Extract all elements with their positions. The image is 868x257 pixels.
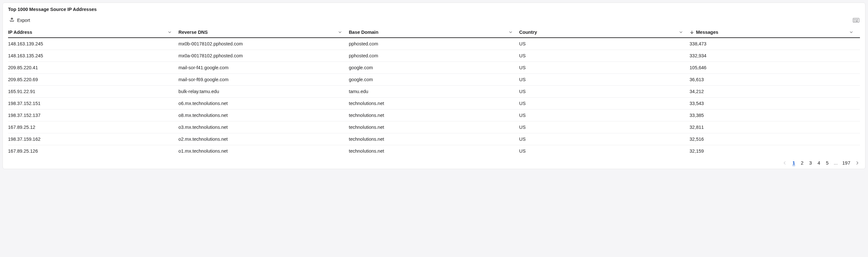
- cell-country: US: [519, 62, 690, 74]
- table-row[interactable]: 198.37.159.162o2.mx.technolutions.nettec…: [8, 133, 860, 145]
- sort-desc-icon: [690, 30, 694, 34]
- cell-country: US: [519, 133, 690, 145]
- table-row[interactable]: 198.37.152.151o6.mx.technolutions.nettec…: [8, 97, 860, 110]
- column-header-rdns-label: Reverse DNS: [178, 30, 208, 35]
- cell-domain: technolutions.net: [349, 121, 519, 133]
- cell-rdns: bulk-relay.tamu.edu: [178, 86, 349, 97]
- cell-ip: 209.85.220.41: [8, 62, 178, 74]
- cell-rdns: mx0a-00178102.pphosted.com: [178, 50, 349, 62]
- panel-title: Top 1000 Message Source IP Addresses: [8, 7, 860, 12]
- table-row[interactable]: 148.163.135.245mx0a-00178102.pphosted.co…: [8, 50, 860, 62]
- cell-messages: 36,613: [690, 74, 860, 86]
- page-next[interactable]: [855, 161, 860, 166]
- table-row[interactable]: 198.37.152.137o8.mx.technolutions.nettec…: [8, 110, 860, 121]
- page-prev[interactable]: [782, 161, 787, 166]
- table-row[interactable]: 148.163.139.245mx0b-00178102.pphosted.co…: [8, 38, 860, 50]
- cell-country: US: [519, 145, 690, 157]
- cell-domain: tamu.edu: [349, 86, 519, 97]
- page-5[interactable]: 5: [825, 160, 829, 166]
- cell-domain: pphosted.com: [349, 50, 519, 62]
- page-1[interactable]: 1: [792, 160, 796, 166]
- cell-country: US: [519, 121, 690, 133]
- cell-ip: 148.163.139.245: [8, 38, 178, 50]
- cell-messages: 34,212: [690, 86, 860, 97]
- cell-rdns: o1.mx.technolutions.net: [178, 145, 349, 157]
- table-row[interactable]: 167.89.25.12o3.mx.technolutions.nettechn…: [8, 121, 860, 133]
- page-3[interactable]: 3: [808, 160, 812, 166]
- column-header-country[interactable]: Country: [519, 27, 690, 38]
- export-label: Export: [17, 18, 30, 23]
- column-header-domain-label: Base Domain: [349, 30, 378, 35]
- export-button[interactable]: Export: [9, 16, 31, 25]
- cell-country: US: [519, 97, 690, 110]
- cell-rdns: o8.mx.technolutions.net: [178, 110, 349, 121]
- cell-country: US: [519, 86, 690, 97]
- cell-domain: technolutions.net: [349, 145, 519, 157]
- page-ellipsis: ...: [834, 160, 838, 166]
- cell-messages: 105,646: [690, 62, 860, 74]
- cell-messages: 33,385: [690, 110, 860, 121]
- table-row[interactable]: 209.85.220.41mail-sor-f41.google.comgoog…: [8, 62, 860, 74]
- cell-country: US: [519, 38, 690, 50]
- chevron-down-icon: [508, 30, 513, 34]
- column-header-country-label: Country: [519, 30, 537, 35]
- cell-domain: technolutions.net: [349, 133, 519, 145]
- cell-messages: 32,811: [690, 121, 860, 133]
- cell-ip: 209.85.220.69: [8, 74, 178, 86]
- column-header-messages[interactable]: Messages: [690, 27, 860, 38]
- table-header-row: IP Address Reverse DNS: [8, 27, 860, 38]
- cell-rdns: mx0b-00178102.pphosted.com: [178, 38, 349, 50]
- keyboard-icon[interactable]: [853, 18, 859, 23]
- cell-ip: 198.37.152.137: [8, 110, 178, 121]
- page-2[interactable]: 2: [800, 160, 804, 166]
- cell-domain: technolutions.net: [349, 110, 519, 121]
- cell-ip: 148.163.135.245: [8, 50, 178, 62]
- chevron-down-icon: [338, 30, 342, 34]
- cell-domain: pphosted.com: [349, 38, 519, 50]
- cell-messages: 332,934: [690, 50, 860, 62]
- cell-domain: google.com: [349, 74, 519, 86]
- chevron-down-icon: [849, 30, 854, 34]
- cell-messages: 338,473: [690, 38, 860, 50]
- chevron-down-icon: [167, 30, 172, 34]
- column-header-ip[interactable]: IP Address: [8, 27, 178, 38]
- page-4[interactable]: 4: [817, 160, 821, 166]
- cell-ip: 198.37.152.151: [8, 97, 178, 110]
- cell-messages: 32,159: [690, 145, 860, 157]
- export-icon: [9, 17, 14, 23]
- cell-country: US: [519, 74, 690, 86]
- cell-rdns: o6.mx.technolutions.net: [178, 97, 349, 110]
- panel-toolbar: Export: [8, 16, 860, 25]
- cell-rdns: o2.mx.technolutions.net: [178, 133, 349, 145]
- column-header-domain[interactable]: Base Domain: [349, 27, 519, 38]
- cell-country: US: [519, 110, 690, 121]
- ip-addresses-panel: Top 1000 Message Source IP Addresses Exp…: [3, 3, 865, 169]
- cell-domain: google.com: [349, 62, 519, 74]
- cell-ip: 165.91.22.91: [8, 86, 178, 97]
- cell-domain: technolutions.net: [349, 97, 519, 110]
- table-row[interactable]: 209.85.220.69mail-sor-f69.google.comgoog…: [8, 74, 860, 86]
- column-header-messages-label: Messages: [696, 30, 718, 35]
- column-header-ip-label: IP Address: [8, 30, 32, 35]
- cell-messages: 32,516: [690, 133, 860, 145]
- cell-ip: 167.89.25.126: [8, 145, 178, 157]
- ip-table: IP Address Reverse DNS: [8, 27, 860, 157]
- pagination: 12345...197: [8, 157, 860, 166]
- cell-ip: 198.37.159.162: [8, 133, 178, 145]
- cell-rdns: mail-sor-f41.google.com: [178, 62, 349, 74]
- cell-country: US: [519, 50, 690, 62]
- cell-rdns: mail-sor-f69.google.com: [178, 74, 349, 86]
- page-197[interactable]: 197: [842, 160, 850, 166]
- table-row[interactable]: 165.91.22.91bulk-relay.tamu.edutamu.eduU…: [8, 86, 860, 97]
- cell-messages: 33,543: [690, 97, 860, 110]
- chevron-down-icon: [679, 30, 683, 34]
- cell-rdns: o3.mx.technolutions.net: [178, 121, 349, 133]
- cell-ip: 167.89.25.12: [8, 121, 178, 133]
- table-row[interactable]: 167.89.25.126o1.mx.technolutions.nettech…: [8, 145, 860, 157]
- column-header-rdns[interactable]: Reverse DNS: [178, 27, 349, 38]
